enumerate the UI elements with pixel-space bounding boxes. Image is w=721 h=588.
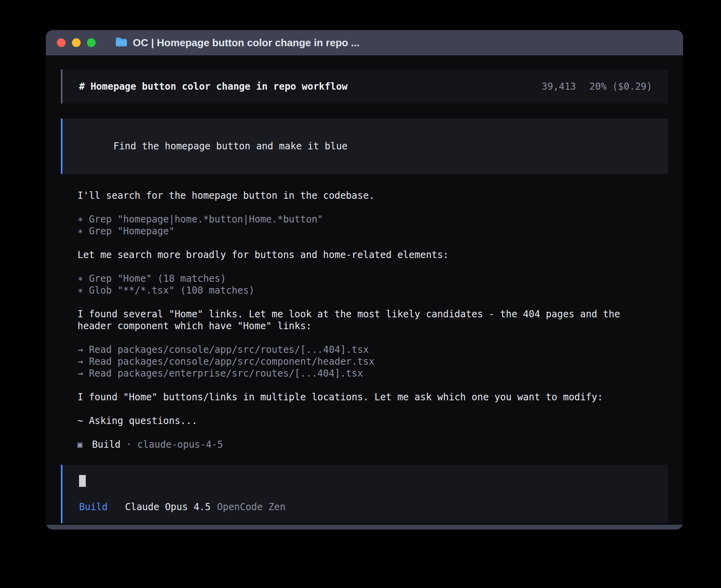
assistant-status-asking: ~ Asking questions... <box>77 415 668 427</box>
window-bottom-edge <box>46 525 683 530</box>
tool-call-read-2: → Read packages/console/app/src/componen… <box>77 356 668 368</box>
close-button[interactable] <box>57 38 66 47</box>
assistant-messages: I'll search for the homepage button in t… <box>61 190 668 450</box>
token-count: 39,413 <box>542 81 576 92</box>
session-header: # Homepage button color change in repo w… <box>61 70 668 104</box>
agent-mode-label[interactable]: Build <box>79 501 108 513</box>
model-label: Claude Opus 4.5 <box>125 501 211 513</box>
tool-call-glob-1: ∗ Glob "**/*.tsx" (100 matches) <box>77 285 668 296</box>
tool-call-read-3: → Read packages/enterprise/src/routes/[.… <box>77 368 668 379</box>
titlebar[interactable]: OC | Homepage button color change in rep… <box>46 30 683 55</box>
agent-status-row: ▣ Build · claude-opus-4-5 <box>77 439 668 450</box>
session-stats: 39,413 20% ($0.29) <box>542 81 652 92</box>
minimize-button[interactable] <box>72 38 81 47</box>
assistant-text-found: I found "Home" buttons/links in multiple… <box>77 391 668 403</box>
window-title-group: OC | Homepage button color change in rep… <box>115 36 360 49</box>
folder-icon <box>115 37 127 49</box>
agent-separator: · <box>126 439 132 450</box>
zoom-button[interactable] <box>87 38 96 47</box>
tool-call-grep-2: ∗ Grep "Homepage" <box>77 225 668 237</box>
session-title: # Homepage button color change in repo w… <box>79 81 347 92</box>
user-message-text: Find the homepage button and make it blu… <box>113 141 347 152</box>
input-meta-row: Build Claude Opus 4.5 OpenCode Zen <box>79 501 652 513</box>
prompt-input[interactable]: Build Claude Opus 4.5 OpenCode Zen <box>61 465 668 523</box>
window-title: OC | Homepage button color change in rep… <box>133 37 360 49</box>
text-cursor <box>79 475 86 487</box>
assistant-text-intro: I'll search for the homepage button in t… <box>77 190 668 202</box>
terminal-content: # Homepage button color change in repo w… <box>46 55 683 530</box>
agent-icon: ▣ <box>77 439 83 450</box>
provider-label: OpenCode Zen <box>217 501 285 513</box>
context-cost: 20% ($0.29) <box>589 81 652 92</box>
assistant-text-broaden: Let me search more broadly for buttons a… <box>77 249 668 261</box>
tool-call-grep-1: ∗ Grep "homepage|home.*button|Home.*butt… <box>77 213 668 225</box>
tool-call-grep-3: ∗ Grep "Home" (18 matches) <box>77 273 668 285</box>
tool-call-read-1: → Read packages/console/app/src/routes/[… <box>77 344 668 356</box>
agent-model: claude-opus-4-5 <box>137 439 223 450</box>
user-message: Find the homepage button and make it blu… <box>61 119 668 174</box>
agent-name: Build <box>92 439 121 450</box>
terminal-window: OC | Homepage button color change in rep… <box>46 30 683 530</box>
assistant-text-candidates: I found several "Home" links. Let me loo… <box>77 308 639 332</box>
traffic-lights <box>57 38 96 47</box>
